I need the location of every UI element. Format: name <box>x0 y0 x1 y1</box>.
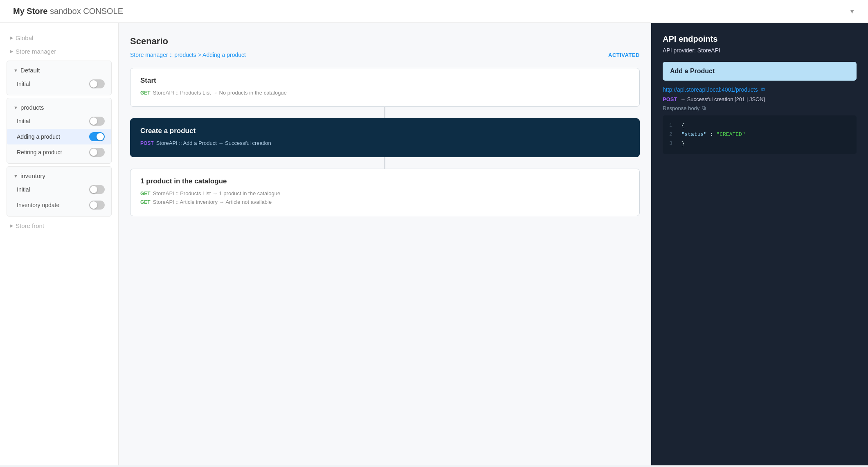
flow-entry-catalogue-0: GET StoreAPI :: Products List → 1 produc… <box>140 190 630 196</box>
sidebar-item-store-front[interactable]: ▶ Store front <box>0 219 118 232</box>
sidebar-group-products-label: products <box>20 104 44 111</box>
endpoint-post-desc: → Successful creation [201 | JSON] <box>680 96 765 102</box>
sidebar-group-default-label: Default <box>20 67 40 74</box>
sidebar-group-products: ▼ products Initial Adding a product Reti… <box>7 98 112 164</box>
copy-icon[interactable]: ⧉ <box>761 86 765 93</box>
code-val: "CREATED" <box>716 131 745 138</box>
flow-card-create: Create a product POST StoreAPI :: Add a … <box>130 118 640 157</box>
code-block: 1 { 2 "status" : "CREATED" 3 } <box>663 115 857 154</box>
sidebar-section-store-front-label: Store front <box>16 222 44 229</box>
api-panel: API endpoints API provider: StoreAPI Add… <box>651 23 868 465</box>
connector-1 <box>385 107 385 118</box>
method-get-cat-0-icon: GET <box>140 191 151 196</box>
api-panel-provider: API provider: StoreAPI <box>663 47 857 54</box>
sidebar-item-products-retiring-toggle[interactable] <box>89 148 105 157</box>
sidebar-item-products-initial-label: Initial <box>17 118 30 124</box>
sidebar-item-inventory-update-label: Inventory update <box>17 202 59 208</box>
sidebar-section-global-label: Global <box>16 34 33 41</box>
response-body-label: Response body ⧉ <box>663 105 857 111</box>
sidebar-item-store-manager[interactable]: ▶ Store manager <box>0 45 118 58</box>
header-title-rest: sandbox CONSOLE <box>50 7 123 16</box>
flow-entry-create-0-text: StoreAPI :: Add a Product → Successful c… <box>156 140 271 146</box>
line-num-2: 2 <box>669 131 672 138</box>
chevron-down-products-icon: ▼ <box>13 105 18 110</box>
flow-entry-start-0-text: StoreAPI :: Products List → No products … <box>153 90 287 96</box>
api-panel-provider-label: API provider: <box>663 47 697 54</box>
endpoint-box: Add a Product <box>663 62 857 81</box>
flow-entry-catalogue-1: GET StoreAPI :: Article inventory → Arti… <box>140 199 630 205</box>
endpoint-url: http://api.storeapi.local:4001/products <box>663 86 758 93</box>
sidebar-item-products-initial-toggle[interactable] <box>89 117 105 126</box>
code-key: "status" <box>681 131 707 138</box>
code-line-2: 2 "status" : "CREATED" <box>669 130 850 139</box>
method-post-icon: POST <box>140 140 154 146</box>
flow-cards-wrapper: Start GET StoreAPI :: Products List → No… <box>130 68 640 216</box>
response-body-copy-icon[interactable]: ⧉ <box>702 105 706 111</box>
main-content: Scenario Store manager :: products > Add… <box>119 23 651 465</box>
sidebar-item-products-adding[interactable]: Adding a product <box>7 129 111 144</box>
method-get-icon: GET <box>140 90 151 96</box>
breadcrumb: Store manager :: products > Adding a pro… <box>130 52 246 58</box>
sidebar-item-default-initial-toggle[interactable] <box>89 79 105 88</box>
sidebar-group-default: ▼ Default Initial <box>7 61 112 95</box>
sidebar-item-inventory-initial-label: Initial <box>17 186 30 193</box>
sidebar-group-inventory-label: inventory <box>20 172 45 179</box>
flow-entry-catalogue-1-text: StoreAPI :: Article inventory → Article … <box>153 199 272 205</box>
chevron-down-inventory-icon: ▼ <box>13 174 18 178</box>
flow-card-catalogue: 1 product in the catalogue GET StoreAPI … <box>130 169 640 216</box>
sidebar-item-products-retiring[interactable]: Retiring a product <box>7 144 111 160</box>
code-line-1: 1 { <box>669 121 850 130</box>
endpoint-details: http://api.storeapi.local:4001/products … <box>663 86 857 154</box>
sidebar-item-products-adding-label: Adding a product <box>17 133 60 140</box>
chevron-right-sf-icon: ▶ <box>10 223 13 228</box>
flow-entry-catalogue-0-text: StoreAPI :: Products List → 1 product in… <box>153 190 280 196</box>
chevron-right-icon: ▶ <box>10 35 13 41</box>
code-brace-close: } <box>681 140 685 147</box>
line-num-1: 1 <box>669 122 672 129</box>
method-get-cat-1-icon: GET <box>140 199 151 205</box>
endpoint-url-row: http://api.storeapi.local:4001/products … <box>663 86 857 93</box>
sidebar-item-products-retiring-label: Retiring a product <box>17 149 62 156</box>
endpoint-title: Add a Product <box>670 68 849 75</box>
sidebar-group-inventory: ▼ inventory Initial Inventory update <box>7 166 112 217</box>
response-body-text: Response body <box>663 105 699 111</box>
sidebar-item-inventory-initial-toggle[interactable] <box>89 185 105 194</box>
sidebar-section-store-manager-label: Store manager <box>16 48 56 55</box>
app-header: My Store sandbox CONSOLE ▼ <box>0 0 868 23</box>
line-num-3: 3 <box>669 140 672 147</box>
activated-badge: ACTIVATED <box>608 52 640 58</box>
endpoint-method-row: POST → Successful creation [201 | JSON] <box>663 96 857 102</box>
flow-entry-start-0: GET StoreAPI :: Products List → No produ… <box>140 90 630 96</box>
scenario-title: Scenario <box>130 36 640 47</box>
header-title-bold: My Store <box>13 7 47 16</box>
sidebar-group-inventory-header[interactable]: ▼ inventory <box>7 170 111 182</box>
sidebar-item-default-initial-label: Initial <box>17 81 30 87</box>
api-panel-provider-name: StoreAPI <box>697 47 720 54</box>
sidebar: ▶ Global ▶ Store manager ▼ Default Initi… <box>0 23 119 465</box>
flow-card-catalogue-title: 1 product in the catalogue <box>140 177 630 185</box>
sidebar-item-global[interactable]: ▶ Global <box>0 31 118 45</box>
sidebar-group-default-header[interactable]: ▼ Default <box>7 64 111 76</box>
sidebar-item-products-initial[interactable]: Initial <box>7 113 111 129</box>
header-chevron-icon[interactable]: ▼ <box>849 8 855 15</box>
code-line-3: 3 } <box>669 139 850 148</box>
flow-card-create-title: Create a product <box>140 127 630 135</box>
sidebar-item-products-adding-toggle[interactable] <box>89 132 105 141</box>
flow-card-start-title: Start <box>140 77 630 85</box>
flow-entry-create-0: POST StoreAPI :: Add a Product → Success… <box>140 140 630 146</box>
breadcrumb-row: Store manager :: products > Adding a pro… <box>130 52 640 58</box>
header-title: My Store sandbox CONSOLE <box>13 7 123 16</box>
flow-card-start: Start GET StoreAPI :: Products List → No… <box>130 68 640 107</box>
sidebar-item-inventory-update[interactable]: Inventory update <box>7 197 111 213</box>
sidebar-item-inventory-initial[interactable]: Initial <box>7 182 111 197</box>
sidebar-item-default-initial[interactable]: Initial <box>7 76 111 92</box>
endpoint-post-method: POST <box>663 96 677 102</box>
sidebar-item-inventory-update-toggle[interactable] <box>89 201 105 210</box>
chevron-down-default-icon: ▼ <box>13 68 18 73</box>
connector-2 <box>385 157 385 169</box>
api-panel-title: API endpoints <box>663 34 857 44</box>
main-layout: ▶ Global ▶ Store manager ▼ Default Initi… <box>0 23 868 465</box>
code-brace-open: { <box>681 122 685 129</box>
chevron-right-icon-sm: ▶ <box>10 49 13 54</box>
sidebar-group-products-header[interactable]: ▼ products <box>7 102 111 113</box>
